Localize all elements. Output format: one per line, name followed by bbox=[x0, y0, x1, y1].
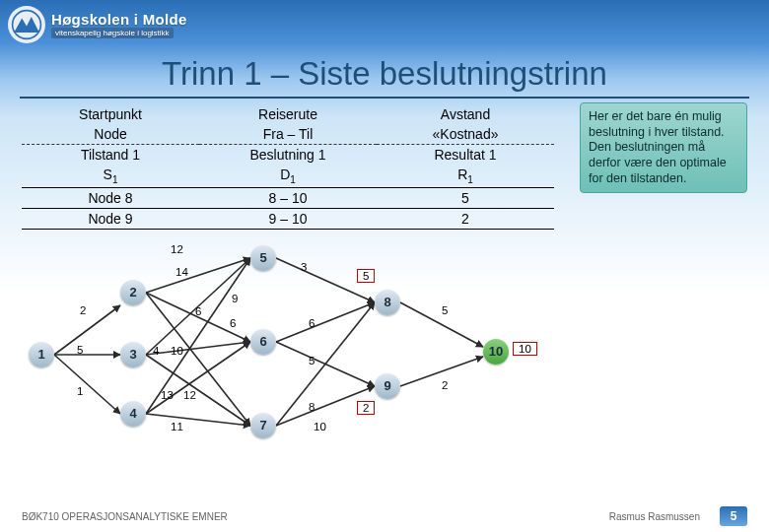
logo bbox=[8, 6, 45, 43]
w-3-7: 10 bbox=[170, 345, 184, 357]
w-6-8: 6 bbox=[308, 317, 315, 329]
w-3-6: 4 bbox=[152, 345, 160, 357]
w-7-10: 10 bbox=[313, 421, 327, 432]
page-title: Trinn 1 – Siste beslutningstrinn bbox=[20, 55, 749, 99]
callout-text: Her er det bare én mulig beslutning i hv… bbox=[589, 109, 727, 185]
w-4-5: 12 bbox=[170, 243, 184, 255]
node-6: 6 bbox=[250, 329, 276, 355]
row-n8-c1: Node 8 bbox=[22, 187, 199, 208]
node-3: 3 bbox=[120, 342, 146, 367]
w-5-8: 3 bbox=[300, 261, 308, 273]
node-2: 2 bbox=[120, 280, 146, 305]
node-1: 1 bbox=[29, 342, 54, 367]
w-2-6: 6 bbox=[194, 305, 202, 317]
w-2-7: 6 bbox=[229, 317, 237, 329]
w-9-10: 2 bbox=[441, 379, 449, 391]
w-7-9: 8 bbox=[308, 401, 315, 413]
w-7-12: 12 bbox=[182, 389, 197, 401]
node-8: 8 bbox=[375, 290, 400, 315]
footer-left: BØK710 OPERASJONSANALYTISKE EMNER bbox=[22, 511, 228, 522]
network-graph: 1 2 3 4 5 6 7 8 9 10 2 5 1 12 14 9 6 6 4… bbox=[22, 233, 574, 460]
result-8: 5 bbox=[357, 269, 375, 283]
node-5: 5 bbox=[250, 245, 276, 271]
w-2-5: 9 bbox=[231, 293, 239, 304]
th-d: D1 bbox=[199, 165, 377, 187]
w-1-4: 1 bbox=[76, 385, 84, 397]
th-state: Tilstand 1 bbox=[22, 145, 199, 166]
w-4-7: 13 bbox=[160, 389, 175, 401]
result-10: 10 bbox=[513, 342, 537, 356]
row-n9-c1: Node 9 bbox=[22, 208, 199, 229]
node-10: 10 bbox=[483, 339, 509, 365]
th-r: R1 bbox=[377, 165, 554, 187]
svg-line-5 bbox=[146, 258, 250, 293]
th-route: Reiserute bbox=[199, 104, 377, 124]
svg-line-4 bbox=[54, 355, 120, 414]
w-4-6: 14 bbox=[175, 266, 189, 278]
w-6-9: 5 bbox=[308, 355, 315, 366]
th-res: Resultat 1 bbox=[377, 145, 554, 166]
header: Høgskolen i Molde vitenskapelig høgskole… bbox=[0, 0, 769, 49]
th-start: Startpunkt bbox=[22, 104, 199, 124]
node-7: 7 bbox=[250, 413, 276, 438]
row-n8-c2: 8 – 10 bbox=[199, 187, 377, 208]
th-dist: Avstand bbox=[377, 104, 554, 124]
node-9: 9 bbox=[375, 373, 400, 399]
row-n9-c2: 9 – 10 bbox=[199, 208, 377, 229]
brand-name: Høgskolen i Molde bbox=[51, 11, 187, 28]
th-cost: «Kostnad» bbox=[377, 124, 554, 145]
main-content: Her er det bare én mulig beslutning i hv… bbox=[0, 100, 769, 460]
brand-sub: vitenskapelig høgskole i logistikk bbox=[51, 28, 174, 38]
footer-right: Rasmus Rasmussen bbox=[609, 511, 700, 522]
callout-box: Her er det bare én mulig beslutning i hv… bbox=[580, 102, 747, 193]
node-4: 4 bbox=[120, 401, 146, 427]
page-number: 5 bbox=[720, 506, 747, 526]
result-9: 2 bbox=[357, 401, 375, 415]
svg-line-2 bbox=[54, 305, 120, 355]
w-1-3: 5 bbox=[76, 344, 84, 356]
th-node: Node bbox=[22, 124, 199, 145]
decision-table: StartpunktReiseruteAvstand NodeFra – Til… bbox=[22, 104, 554, 230]
row-n8-c3: 5 bbox=[377, 187, 554, 208]
w-1-2: 2 bbox=[79, 304, 87, 316]
th-dec: Beslutning 1 bbox=[199, 145, 377, 166]
th-fromto: Fra – Til bbox=[199, 124, 377, 145]
svg-marker-0 bbox=[14, 17, 39, 33]
svg-point-1 bbox=[13, 11, 41, 39]
row-n9-c3: 2 bbox=[377, 208, 554, 229]
th-s: S1 bbox=[22, 165, 199, 187]
footer: BØK710 OPERASJONSANALYTISKE EMNER Rasmus… bbox=[0, 506, 769, 526]
w-7-11: 11 bbox=[170, 421, 184, 432]
brand: Høgskolen i Molde vitenskapelig høgskole… bbox=[51, 11, 187, 38]
w-8-10: 5 bbox=[441, 304, 449, 316]
